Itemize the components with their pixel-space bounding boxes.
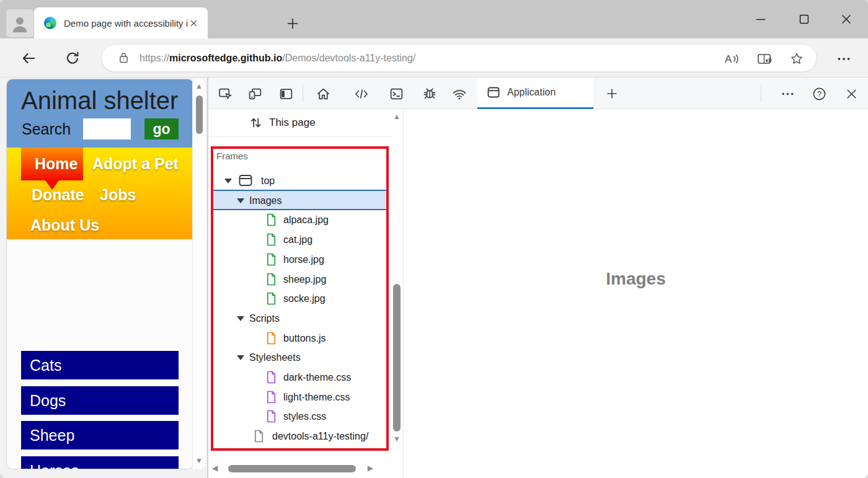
refresh-button[interactable] (64, 50, 81, 66)
tree-row-label: devtools-a11y-testing/ (272, 431, 368, 442)
page-nav: Home Adopt a Pet Donate Jobs About Us (7, 148, 193, 239)
pet-button-dogs[interactable]: Dogs (21, 386, 179, 415)
scroll-up-icon[interactable]: ▲ (393, 113, 401, 120)
browser-settings-more-icon[interactable] (836, 51, 852, 67)
add-panel-icon[interactable] (604, 86, 620, 102)
tree-row-stylesheets[interactable]: Stylesheets (208, 348, 389, 367)
tree-row-label: alpaca.jpg (283, 215, 329, 226)
page-viewport: Animal shelter Search go Home Adopt a Pe… (0, 77, 207, 478)
lock-icon[interactable] (118, 51, 130, 64)
scroll-right-icon[interactable]: ▶ (368, 464, 373, 472)
page-scrollbar[interactable]: ▲ ▼ (192, 79, 206, 469)
pet-button-horses[interactable]: Horses (21, 456, 179, 469)
devtools-toolbar: Application ? (208, 77, 868, 109)
expander-triangle-icon[interactable] (237, 355, 244, 360)
sidebar-hscroll-thumb[interactable] (228, 465, 356, 472)
search-input[interactable] (83, 118, 131, 139)
tab-application[interactable]: Application (477, 77, 593, 109)
nav-link-donate[interactable]: Donate (32, 186, 84, 204)
read-aloud-icon[interactable]: A (724, 51, 740, 66)
scroll-down-icon[interactable]: ▼ (393, 435, 401, 443)
tab-close-icon[interactable] (189, 19, 198, 28)
nav-link-home[interactable]: Home (35, 155, 78, 173)
tree-row-sheep-jpg[interactable]: sheep.jpg (208, 270, 389, 289)
page-header: Animal shelter Search go (7, 79, 193, 148)
tree-row-styles-css[interactable]: styles.css (208, 407, 389, 426)
tree-row-label: light-theme.css (283, 392, 350, 403)
close-devtools-icon[interactable] (843, 86, 859, 102)
tree-row-dark-theme-css[interactable]: dark-theme.css (208, 368, 389, 387)
back-button[interactable] (20, 50, 37, 66)
file-stylesheet-icon (266, 410, 277, 423)
tree-row-images[interactable]: Images (208, 191, 389, 210)
go-button[interactable]: go (144, 118, 179, 139)
inspect-icon[interactable] (217, 86, 233, 102)
nav-link-about[interactable]: About Us (30, 216, 99, 234)
application-window-icon (486, 85, 501, 100)
tree-row-alpaca-jpg[interactable]: alpaca.jpg (208, 210, 389, 229)
search-label: Search (22, 120, 71, 138)
edge-favicon-icon (44, 17, 56, 29)
file-stylesheet-icon (266, 371, 277, 384)
profile-avatar[interactable] (6, 9, 33, 37)
sidebar-horizontal-scrollbar[interactable]: ◀ ▶ (211, 463, 388, 474)
file-image-icon (266, 292, 277, 305)
dock-side-icon[interactable] (278, 86, 294, 102)
tree-row-label: sheep.jpg (283, 274, 326, 285)
address-bar[interactable]: https://microsoftedge.github.io/Demos/de… (101, 44, 817, 72)
tree-row-label: Stylesheets (249, 352, 301, 363)
file-document-icon (254, 430, 264, 443)
tree-row-label: Scripts (249, 313, 280, 324)
pet-button-sheep[interactable]: Sheep (21, 421, 179, 449)
window-maximize-button[interactable] (797, 12, 811, 26)
sidebar-vertical-scrollbar[interactable]: ▲ ▼ (392, 112, 402, 463)
network-wifi-icon[interactable] (451, 86, 467, 102)
scroll-left-icon[interactable]: ◀ (212, 464, 218, 472)
frame-window-icon (239, 174, 252, 187)
device-emulation-icon[interactable] (247, 86, 263, 102)
sidebar-vscroll-thumb[interactable] (393, 284, 401, 432)
debugger-bug-icon[interactable] (422, 86, 438, 102)
application-main-panel: Images (404, 109, 868, 478)
tree-row-buttons-js[interactable]: buttons.js (208, 329, 389, 348)
file-image-icon (266, 253, 277, 266)
person-icon (9, 12, 30, 35)
more-tools-icon[interactable] (779, 86, 795, 102)
nav-link-adopt[interactable]: Adopt a Pet (92, 155, 179, 173)
console-icon[interactable] (388, 86, 404, 102)
help-icon[interactable]: ? (811, 86, 827, 102)
tree-row-horse-jpg[interactable]: horse.jpg (208, 250, 389, 269)
application-sidebar: This page Frames topImagesalpaca.jpgcat.… (208, 109, 403, 478)
browser-tab[interactable]: Demo page with accessibility issu (34, 7, 208, 38)
expander-triangle-icon[interactable] (224, 179, 232, 184)
page-scrollbar-thumb[interactable] (196, 95, 203, 134)
devtools-body: This page Frames topImagesalpaca.jpgcat.… (208, 109, 868, 478)
favorites-star-icon[interactable] (789, 51, 804, 66)
new-tab-button[interactable] (285, 16, 300, 31)
expander-triangle-icon[interactable] (237, 316, 244, 321)
scroll-down-icon[interactable]: ▼ (195, 457, 203, 464)
expander-triangle-icon[interactable] (237, 198, 244, 203)
url-text[interactable]: https://microsoftedge.github.io/Demos/de… (140, 53, 415, 64)
sources-icon[interactable] (353, 86, 370, 102)
window-minimize-button[interactable] (754, 12, 768, 26)
tree-row-top[interactable]: top (208, 171, 389, 190)
tree-row-socke-jpg[interactable]: socke.jpg (208, 289, 389, 308)
tree-row-devtools-a11y-testing[interactable]: devtools-a11y-testing/ (208, 427, 389, 446)
application-tab-label: Application (507, 87, 556, 98)
main-panel-heading: Images (606, 269, 666, 289)
url-scheme: https:// (140, 53, 169, 63)
welcome-home-icon[interactable] (315, 86, 331, 102)
tree-row-light-theme-css[interactable]: light-theme.css (208, 387, 389, 407)
file-image-icon (266, 273, 277, 286)
svg-text:A: A (725, 53, 732, 65)
tree-row-scripts[interactable]: Scripts (208, 309, 389, 328)
tree-row-label: styles.css (283, 411, 326, 422)
pet-button-cats[interactable]: Cats (21, 351, 179, 379)
window-close-button[interactable] (839, 12, 853, 26)
nav-link-jobs[interactable]: Jobs (100, 186, 136, 204)
tree-row-label: top (261, 175, 275, 187)
tree-row-cat-jpg[interactable]: cat.jpg (208, 230, 389, 249)
immersive-reader-icon[interactable] (756, 51, 773, 66)
scroll-up-icon[interactable]: ▲ (195, 82, 203, 90)
